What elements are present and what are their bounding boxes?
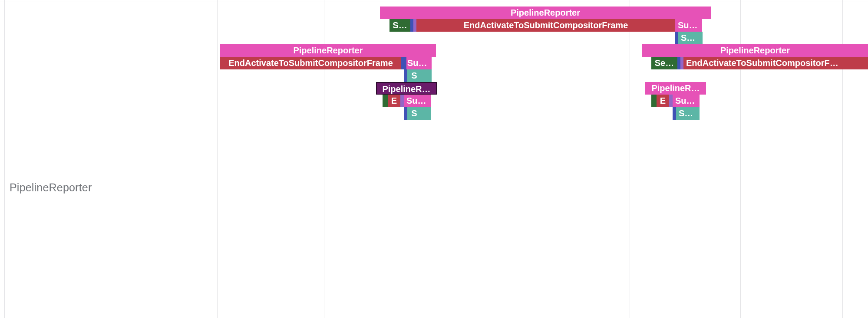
- trace-slice[interactable]: [401, 57, 406, 69]
- trace-slice[interactable]: E: [388, 95, 400, 107]
- trace-slice[interactable]: EndActivateToSubmitCompositorF…: [683, 57, 868, 69]
- trace-slice[interactable]: S…: [389, 19, 410, 32]
- trace-slice[interactable]: Sub…: [405, 57, 432, 69]
- trace-slice[interactable]: [651, 95, 657, 107]
- trace-slice[interactable]: S…: [676, 107, 693, 120]
- trace-slice[interactable]: PipelineReporter: [220, 44, 436, 57]
- trace-slice[interactable]: PipelineReporter: [380, 7, 711, 19]
- trace-slice[interactable]: PipelineR…: [376, 82, 437, 95]
- trace-viewport[interactable]: PipelineReporterS…EndActivateToSubmitCom…: [0, 0, 868, 318]
- gridline: [630, 0, 630, 318]
- trace-slice[interactable]: Sub…: [675, 19, 702, 32]
- trace-slice[interactable]: [421, 107, 431, 120]
- trace-slice[interactable]: S…: [678, 32, 697, 44]
- trace-slice[interactable]: Sub…: [404, 95, 431, 107]
- trace-slice[interactable]: [421, 69, 432, 82]
- trace-slice[interactable]: Se…: [651, 57, 677, 69]
- trace-slice[interactable]: Sub…: [673, 95, 700, 107]
- gridline: [217, 0, 218, 318]
- trace-slice[interactable]: PipelineR…: [645, 82, 706, 95]
- row-divider: [0, 1, 868, 1]
- trace-slice[interactable]: S: [407, 69, 421, 82]
- trace-slice[interactable]: [693, 107, 700, 120]
- track-label[interactable]: PipelineReporter: [10, 181, 92, 194]
- gridline: [4, 0, 5, 318]
- trace-slice[interactable]: [697, 32, 703, 44]
- trace-slice[interactable]: E: [657, 95, 669, 107]
- trace-slice[interactable]: S: [407, 107, 421, 120]
- trace-slice[interactable]: EndActivateToSubmitCompositorFrame: [220, 57, 401, 69]
- trace-slice[interactable]: PipelineReporter: [642, 44, 868, 57]
- trace-slice[interactable]: EndActivateToSubmitCompositorFrame: [416, 19, 675, 32]
- trace-slice[interactable]: [383, 95, 388, 107]
